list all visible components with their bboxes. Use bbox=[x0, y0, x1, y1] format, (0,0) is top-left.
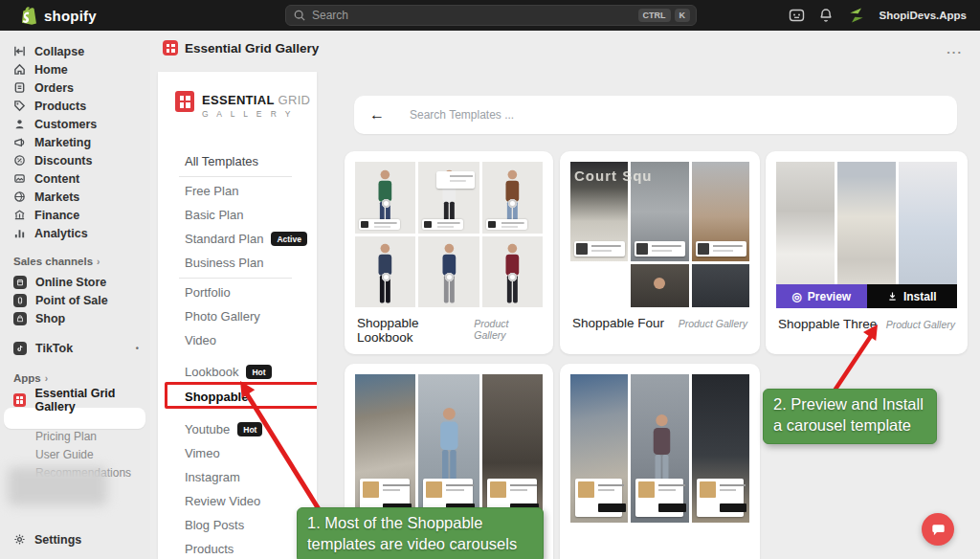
app-logo: ESSENTIAL GRID G A L L E R Y bbox=[175, 91, 310, 119]
global-search-input[interactable] bbox=[312, 9, 635, 22]
template-card-shoppable-four[interactable]: Court Squ Shoppable Four Product Gallery bbox=[560, 151, 760, 354]
sidebar-item-point-of-sale[interactable]: Point of Sale bbox=[0, 291, 150, 309]
page-title: Essential Grid Gallery bbox=[185, 41, 319, 56]
sidekick-icon[interactable] bbox=[789, 8, 805, 24]
pricing-plan-label: Pricing Plan bbox=[35, 430, 97, 443]
template-search-input[interactable] bbox=[410, 108, 942, 122]
template-search-bar[interactable]: ← bbox=[354, 96, 957, 134]
template-card-shoppable-lookbook[interactable]: Shoppable Lookbook Product Gallery bbox=[345, 151, 553, 354]
content-icon bbox=[13, 172, 26, 185]
sidebar-collapse-button[interactable]: Collapse bbox=[0, 42, 150, 60]
product-popup-card bbox=[436, 171, 474, 189]
product-card bbox=[697, 479, 744, 517]
category-label: Lookbook bbox=[185, 365, 238, 379]
divider bbox=[179, 278, 292, 279]
sidebar-subitem-user-guide[interactable]: User Guide bbox=[0, 445, 150, 463]
template-title: Shoppable Four bbox=[572, 316, 664, 330]
settings-gear-icon bbox=[13, 533, 26, 546]
video-still bbox=[631, 264, 688, 307]
category-photo-gallery[interactable]: Photo Gallery bbox=[185, 304, 311, 328]
sidebar-subitem-pricing-plan[interactable]: Pricing Plan bbox=[0, 427, 150, 445]
preview-label: Preview bbox=[808, 290, 851, 303]
product-dot bbox=[508, 199, 517, 208]
template-category: Product Gallery bbox=[679, 318, 747, 329]
chat-bubble-icon bbox=[930, 522, 947, 537]
shopify-bag-icon bbox=[21, 6, 39, 26]
sidebar-item-essential-grid-gallery[interactable]: Essential Grid Gallery bbox=[0, 391, 150, 409]
category-instagram[interactable]: Instagram bbox=[185, 465, 311, 489]
apps-section[interactable]: Apps › bbox=[0, 372, 150, 384]
sidebar-item-orders[interactable]: Orders bbox=[0, 78, 150, 97]
sidebar-item-online-store[interactable]: Online Store bbox=[0, 273, 150, 291]
account-name[interactable]: ShopiDevs.Apps bbox=[880, 10, 967, 21]
category-review-video[interactable]: Review Video bbox=[185, 489, 311, 513]
chat-widget-button[interactable] bbox=[922, 513, 954, 546]
shortcut-key-k: K bbox=[675, 9, 691, 22]
sales-channels-section[interactable]: Sales channels › bbox=[0, 256, 150, 267]
settings-label: Settings bbox=[34, 533, 81, 547]
page-header: Essential Grid Gallery bbox=[163, 40, 319, 56]
category-products[interactable]: Products bbox=[185, 537, 311, 559]
shopidevs-logo[interactable] bbox=[847, 6, 866, 25]
thumbnail-cell bbox=[482, 162, 543, 234]
video-still bbox=[570, 374, 628, 523]
category-blog-posts[interactable]: Blog Posts bbox=[185, 513, 311, 537]
home-icon bbox=[13, 63, 26, 76]
template-title: Shoppable Three bbox=[778, 317, 877, 331]
install-label: Install bbox=[903, 290, 937, 303]
sidebar-item-discounts[interactable]: Discounts bbox=[0, 151, 150, 169]
category-free-plan[interactable]: Free Plan bbox=[185, 179, 311, 203]
app-logo-light: GRID bbox=[278, 93, 311, 107]
product-card bbox=[635, 479, 682, 517]
hot-badge: Hot bbox=[237, 422, 262, 436]
product-tag-chip bbox=[422, 219, 463, 230]
analytics-label: Analytics bbox=[34, 227, 88, 240]
category-basic-plan[interactable]: Basic Plan bbox=[185, 203, 311, 227]
category-video[interactable]: Video bbox=[185, 328, 311, 352]
markets-globe-icon bbox=[13, 190, 26, 203]
orders-icon bbox=[13, 81, 26, 94]
category-youtube[interactable]: YoutubeHot bbox=[185, 417, 311, 441]
template-thumbnail: Court Squ bbox=[570, 162, 749, 307]
category-portfolio[interactable]: Portfolio bbox=[185, 280, 311, 304]
install-button[interactable]: Install bbox=[867, 284, 958, 308]
template-categories-panel: ESSENTIAL GRID G A L L E R Y All Templat… bbox=[158, 72, 317, 559]
sidebar-item-content[interactable]: Content bbox=[0, 169, 150, 188]
sidebar-item-markets[interactable]: Markets bbox=[0, 188, 150, 206]
sidebar-item-tiktok[interactable]: TikTok • bbox=[0, 339, 150, 357]
analytics-bars-icon bbox=[13, 227, 26, 239]
notifications-bell-icon[interactable] bbox=[818, 8, 834, 24]
template-category: Product Gallery bbox=[886, 319, 955, 330]
product-tag-chip bbox=[486, 219, 527, 230]
overflow-menu-button[interactable]: ... bbox=[947, 42, 963, 56]
marketing-label: Marketing bbox=[34, 136, 91, 149]
category-standard-plan[interactable]: Standard PlanActive bbox=[185, 227, 311, 251]
thumbnail-cell bbox=[418, 162, 479, 234]
sidebar-item-shop[interactable]: Shop bbox=[0, 309, 150, 327]
category-all-templates[interactable]: All Templates bbox=[185, 149, 311, 173]
sidebar-item-products[interactable]: Products bbox=[0, 97, 150, 115]
video-still bbox=[899, 162, 957, 284]
category-business-plan[interactable]: Business Plan bbox=[185, 251, 311, 275]
preview-button[interactable]: ◎ Preview bbox=[776, 284, 867, 308]
template-category: Product Gallery bbox=[474, 318, 541, 341]
sidebar-item-finance[interactable]: Finance bbox=[0, 206, 150, 224]
category-lookbook[interactable]: LookbookHot bbox=[185, 360, 311, 384]
category-label: All Templates bbox=[185, 154, 258, 168]
global-search-bar[interactable]: CTRL K bbox=[285, 5, 697, 26]
marketing-icon bbox=[13, 136, 26, 148]
category-vimeo[interactable]: Vimeo bbox=[185, 441, 311, 465]
template-card-row2-right[interactable] bbox=[560, 364, 760, 559]
sidebar-item-marketing[interactable]: Marketing bbox=[0, 133, 150, 151]
video-still bbox=[692, 162, 749, 261]
video-still bbox=[570, 264, 628, 307]
shopify-logo[interactable]: shopify bbox=[21, 6, 97, 26]
video-still bbox=[631, 374, 688, 523]
back-arrow-icon[interactable]: ← bbox=[369, 106, 385, 123]
sidebar-item-settings[interactable]: Settings bbox=[0, 530, 81, 548]
template-title: Shoppable Lookbook bbox=[357, 316, 474, 345]
template-card-shoppable-three[interactable]: ◎ Preview Install Shoppable Three Produc… bbox=[766, 151, 968, 354]
sidebar-item-customers[interactable]: Customers bbox=[0, 115, 150, 133]
sidebar-item-analytics[interactable]: Analytics bbox=[0, 224, 150, 242]
sidebar-item-home[interactable]: Home bbox=[0, 60, 150, 78]
